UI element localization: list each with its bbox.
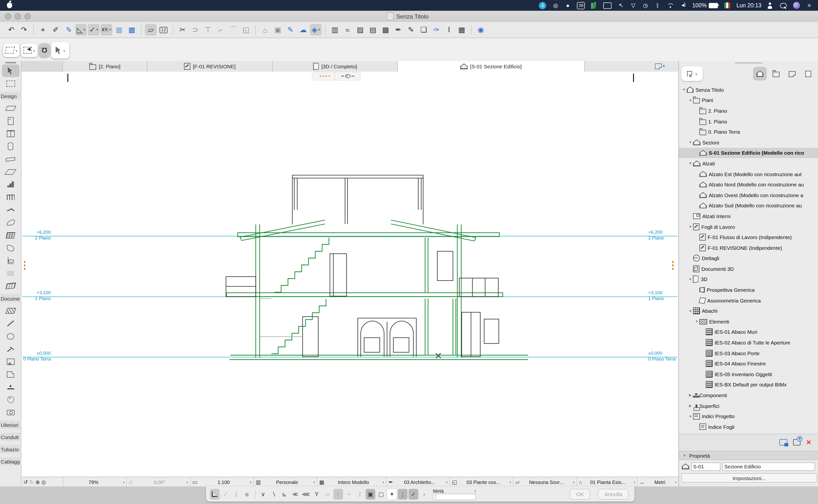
tree-row[interactable]: Alzato Est (Modello con ricostruzione au… <box>679 169 818 179</box>
more-snap-options-button[interactable]: › <box>419 489 429 499</box>
scale-control[interactable]: ▭1:100› <box>190 477 254 487</box>
trim-button[interactable]: ⌐▾ <box>215 24 226 36</box>
tree-row[interactable]: IES-04 Abaco Finestre <box>679 358 818 369</box>
volume-icon[interactable] <box>680 3 686 8</box>
half-value-input[interactable] <box>433 494 476 500</box>
level-dimension-tool[interactable] <box>2 381 19 393</box>
favorite-control[interactable]: ⌂01 Pianta Esis...› <box>577 477 637 487</box>
snap-guides-button[interactable]: ✓▾ <box>88 24 100 36</box>
ruler-button[interactable]: 12▾ <box>158 24 169 36</box>
slab-tool[interactable] <box>2 165 19 178</box>
beam-tool[interactable] <box>2 153 19 165</box>
nav-tab-publisher[interactable] <box>801 67 815 81</box>
tree-row[interactable]: 1. Piano <box>679 116 818 127</box>
parallel-snap-button[interactable]: ∖ <box>269 489 279 499</box>
tree-row[interactable]: Indice Fogli <box>679 422 818 432</box>
grid-display-button[interactable]: ▦▾ <box>126 24 138 36</box>
app-blob-icon[interactable]: ● <box>565 1 571 9</box>
arrow-cursor-button[interactable]: › <box>51 42 69 59</box>
tree-row[interactable]: Alzati Interni <box>679 211 818 221</box>
edit-plane-button[interactable]: ▱▾ <box>145 24 157 36</box>
dimension-units-control[interactable]: ↔Metri› <box>637 477 678 487</box>
surfaces-button[interactable]: ✎▾ <box>405 24 417 36</box>
tree-row[interactable]: Dettagli <box>679 253 818 263</box>
siri-icon[interactable] <box>793 2 800 9</box>
window-tool[interactable] <box>2 127 19 140</box>
zoom-next-icon[interactable]: ↻ <box>29 479 34 485</box>
keyboard-flag-icon[interactable] <box>724 2 730 8</box>
tree-expand-arrow[interactable] <box>681 88 687 91</box>
line-types-button[interactable]: ≈▾ <box>342 24 353 36</box>
zone-tool[interactable] <box>2 267 19 280</box>
grid-snap-button[interactable]: ▦▾ <box>113 24 125 36</box>
line-tool[interactable] <box>2 317 19 330</box>
tree-row[interactable]: Assonometria Generica <box>679 295 818 306</box>
snap-points-toggle[interactable]: ✓ <box>408 489 418 499</box>
delta-status-icon[interactable]: δ <box>539 2 547 9</box>
multi-offset-snap-button[interactable]: ⋘ <box>301 489 311 499</box>
delete-close-button[interactable]: × <box>806 439 811 446</box>
battery-indicator[interactable]: 100% <box>692 1 718 9</box>
magic-wand-button[interactable]: ✶ <box>387 489 397 499</box>
align-button[interactable]: ⊤▾ <box>202 24 214 36</box>
tree-row[interactable]: Fogli di Lavoro <box>679 221 818 232</box>
separator[interactable] <box>471 25 472 35</box>
ulteriori-section-label[interactable]: Ulteriori <box>0 421 21 429</box>
tree-row[interactable]: Alzato Sud (Modello con ricostruzione au <box>679 200 818 211</box>
tree-expand-arrow[interactable] <box>688 225 693 228</box>
coordinates-button[interactable]: XY:▾ <box>101 24 112 36</box>
tree-row[interactable]: Piani <box>679 95 818 105</box>
ok-button[interactable]: OK <box>570 489 590 499</box>
nav-tab-layout-book[interactable] <box>785 67 799 81</box>
perpendicular-snap-button[interactable]: ⊾ <box>280 489 289 499</box>
separator[interactable] <box>255 25 256 35</box>
tree-row[interactable]: 3D <box>679 274 818 284</box>
tree-row[interactable]: 0. Piano Terra <box>679 127 818 137</box>
tree-row[interactable]: Senza Titolo <box>679 84 818 95</box>
fillet-button[interactable]: ⌒▾ <box>227 24 239 36</box>
morph-tool[interactable] <box>2 242 19 254</box>
special-snap-button[interactable]: Y <box>312 489 322 499</box>
rotation-control[interactable]: ◇0,00°› <box>127 477 190 487</box>
surface-snap-button[interactable]: ▱ <box>322 489 332 499</box>
markup-tools-button[interactable]: ✑▾ <box>431 24 442 36</box>
window-zoom-button[interactable] <box>24 13 31 20</box>
zoom-level-control[interactable]: 79%› <box>63 477 127 487</box>
shell-tool[interactable] <box>2 216 19 229</box>
design-section-label[interactable]: Design <box>0 92 21 100</box>
tab-3d-completo[interactable]: [3D / Completo] <box>273 61 398 72</box>
camera-settings-button[interactable]: ◉▾ <box>475 24 487 36</box>
project-chooser-button[interactable]: › <box>681 66 703 81</box>
drag-mode-button[interactable]: › <box>3 43 20 57</box>
fill-tool[interactable] <box>2 304 19 317</box>
tree-expand-arrow[interactable] <box>688 414 693 418</box>
tree-row[interactable]: Documenti 3D <box>679 263 818 274</box>
calendar-icon[interactable]: 26 <box>577 2 585 9</box>
hotspot-tool[interactable] <box>2 393 19 406</box>
tree-expand-arrow[interactable] <box>688 99 693 102</box>
figure-tool[interactable] <box>2 355 19 368</box>
find-select-button[interactable]: ⌖▾ <box>37 24 49 36</box>
menu-clock[interactable]: Lun 20:13 <box>737 1 761 9</box>
condutture-section-label[interactable]: Condutt <box>0 433 21 441</box>
document-proxy-icon[interactable] <box>387 13 393 20</box>
separator[interactable] <box>33 25 34 35</box>
guide-lines-button[interactable]: ◺▾ <box>75 24 87 36</box>
bluetooth-icon[interactable]: ᛒ <box>655 1 661 9</box>
wifi-icon[interactable] <box>667 3 674 8</box>
revision-cloud-button[interactable]: ☁▾ <box>297 24 309 36</box>
window-close-button[interactable] <box>5 13 11 20</box>
toolbox-drag-handle[interactable] <box>5 62 16 63</box>
camera-tool[interactable] <box>2 406 19 419</box>
schedules-button[interactable]: ▦▾ <box>456 24 468 36</box>
tree-row[interactable]: Superfici <box>679 401 818 411</box>
settings-button[interactable]: Impostazioni... <box>681 473 817 483</box>
tree-row[interactable]: IES-03 Abaco Porte <box>679 348 818 358</box>
graphic-override-control[interactable]: ▱Nessuna Sovr...› <box>514 477 577 487</box>
marquee-tool[interactable] <box>2 77 19 90</box>
snap-reference-button[interactable]: ⌇ <box>333 489 343 499</box>
pen-sets-button[interactable]: ✒▾ <box>392 24 404 36</box>
layers-settings-button[interactable]: ▥▾ <box>329 24 341 36</box>
adjust-button[interactable]: ⊃▾ <box>189 24 201 36</box>
column-tool[interactable] <box>2 140 19 153</box>
